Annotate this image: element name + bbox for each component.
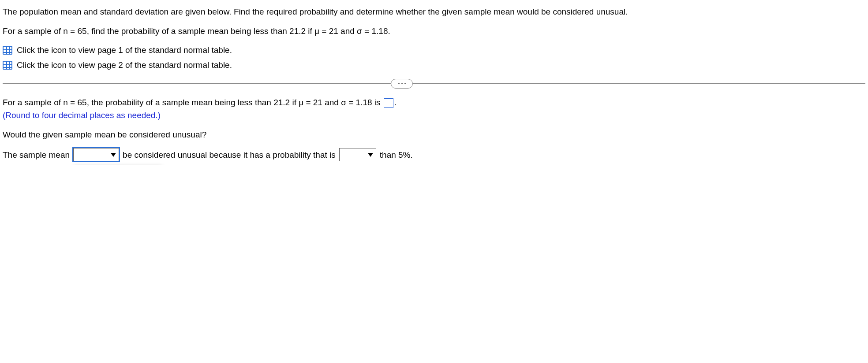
table-icon[interactable] xyxy=(3,61,12,70)
sentence-part-3: than 5%. xyxy=(380,149,413,161)
probability-input[interactable] xyxy=(384,98,393,108)
divider-line xyxy=(3,83,865,84)
answer-prefix: For a sample of n = 65, the probability … xyxy=(3,98,381,107)
answer-suffix: . xyxy=(394,98,397,107)
dropdown-compare[interactable] xyxy=(339,148,376,161)
problem-intro: The population mean and standard deviati… xyxy=(3,6,865,18)
table-icon[interactable] xyxy=(3,46,12,55)
question-unusual: Would the given sample mean be considere… xyxy=(3,129,865,141)
link-text-page1[interactable]: Click the icon to view page 1 of the sta… xyxy=(17,44,232,56)
answer-sentence: The sample mean would would not be consi… xyxy=(3,148,865,161)
problem-setup: For a sample of n = 65, find the probabi… xyxy=(3,26,865,37)
link-text-page2[interactable]: Click the icon to view page 2 of the sta… xyxy=(17,59,232,71)
expand-pill[interactable] xyxy=(391,79,413,89)
chevron-down-icon xyxy=(111,153,116,157)
link-row-page2: Click the icon to view page 2 of the sta… xyxy=(3,59,865,71)
divider xyxy=(3,83,865,84)
answer-line-1: For a sample of n = 65, the probability … xyxy=(3,97,865,108)
rounding-note: (Round to four decimal places as needed.… xyxy=(3,110,865,121)
sentence-part-2: be considered unusual because it has a p… xyxy=(123,149,336,161)
dropdown-would[interactable] xyxy=(73,148,119,161)
sentence-part-1: The sample mean xyxy=(3,149,70,161)
link-row-page1: Click the icon to view page 1 of the sta… xyxy=(3,44,865,56)
chevron-down-icon xyxy=(368,153,373,157)
